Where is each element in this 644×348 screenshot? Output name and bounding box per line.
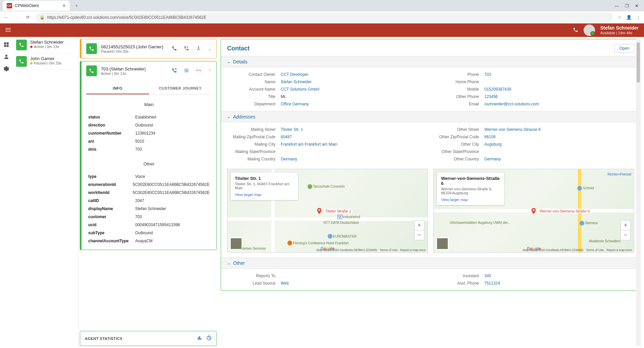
tab-info[interactable]: INFO: [86, 83, 149, 94]
detail-value[interactable]: Web: [281, 281, 289, 286]
open-button[interactable]: Open: [614, 44, 634, 53]
resume-call-icon[interactable]: [172, 46, 177, 52]
right-column: Contact Open ⌄Details Contact OwnerCCT D…: [219, 37, 644, 348]
avatar[interactable]: [584, 24, 595, 36]
header-phone-icon[interactable]: [573, 27, 578, 34]
conversation-item[interactable]: Stefan Schneider Active | 0m 13s: [13, 37, 78, 53]
satellite-toggle[interactable]: [230, 238, 242, 250]
map-title: Werner-von-Siemens-Straße 6: [441, 176, 500, 186]
detail-value[interactable]: CCT Developer: [281, 72, 308, 77]
tab-close-icon[interactable]: ✕: [62, 3, 66, 8]
zoom-out-button[interactable]: −: [414, 230, 424, 240]
detail-value[interactable]: Frankfurt am Frankfurt am Main: [281, 142, 337, 147]
hamburger-menu-icon[interactable]: [5, 27, 11, 34]
chevron-down-icon: ⌄: [227, 114, 230, 119]
hold-call-icon[interactable]: [172, 68, 177, 74]
terms-link[interactable]: Terms of Use: [586, 248, 604, 252]
kv-row: callID2047: [88, 197, 210, 205]
minimize-icon[interactable]: —: [614, 3, 619, 8]
detail-value[interactable]: 123456: [484, 94, 498, 99]
collapse-icon[interactable]: ⌃: [208, 68, 212, 73]
kv-value: Voice: [135, 174, 145, 179]
hangup-icon[interactable]: [196, 68, 201, 74]
close-window-icon[interactable]: ✕: [635, 3, 639, 8]
kv-value: 703: [135, 147, 142, 152]
detail-value[interactable]: 345: [484, 274, 491, 278]
map-info-overlay: Werner-von-Siemens-Straße 6 Werner-von-S…: [437, 172, 504, 205]
merge-call-icon[interactable]: [196, 46, 201, 52]
detail-pair: Other CityAugsburg: [431, 141, 634, 148]
detail-value[interactable]: CCT Solutions GmbH: [281, 87, 319, 92]
svg-rect-21: [201, 338, 202, 340]
kv-key: dnis: [88, 147, 135, 152]
report-link[interactable]: Report a map error: [400, 248, 426, 252]
detail-label: Name: [227, 80, 281, 84]
map-other[interactable]: Richter+Frenzel Schmid Ulrichswerkstätte…: [433, 169, 634, 253]
person-icon[interactable]: [3, 54, 9, 60]
status-dot-icon: [30, 46, 33, 48]
zoom-out-button[interactable]: −: [621, 230, 631, 240]
paused-call-card[interactable]: 08214551525023 (John Garner) Paused | 0m…: [80, 39, 217, 58]
agent-statistics-panel[interactable]: AGENT STATISTICS: [80, 331, 217, 346]
expand-icon[interactable]: ⌄: [208, 46, 212, 51]
detail-pair: Mailing State/Province: [227, 148, 431, 155]
zoom-in-button[interactable]: +: [414, 220, 424, 230]
bar-chart-icon[interactable]: [197, 335, 202, 342]
tab-customer-journey[interactable]: CUSTOMER JOURNEY: [149, 83, 212, 94]
detail-value[interactable]: Tilsiter Str. 1: [281, 127, 303, 132]
detail-value[interactable]: sschneider@cct-solutions.com: [484, 102, 539, 106]
svg-point-14: [186, 70, 187, 71]
dashboard-icon[interactable]: [3, 42, 9, 48]
detail-label: Asst. Phone: [431, 281, 484, 286]
detail-value[interactable]: 015209387439: [484, 87, 511, 92]
browser-tab[interactable]: CP CPWebClient ✕: [3, 1, 70, 11]
dialpad-icon[interactable]: [184, 68, 189, 74]
new-tab-button[interactable]: ＋: [72, 2, 80, 10]
kv-row: enumerationId5C002E80CC0511EA86BC5B43267…: [88, 181, 210, 189]
transfer-call-icon[interactable]: [184, 46, 189, 52]
browser-tab-strip: CP CPWebClient ✕ ＋ — ❐ ✕: [0, 0, 644, 11]
section-addresses-header[interactable]: ⌄Addresses: [221, 111, 640, 122]
reload-button[interactable]: ⟳: [25, 15, 31, 20]
star-icon[interactable]: ☆: [618, 15, 622, 20]
detail-value[interactable]: 703: [484, 72, 491, 77]
section-other-header[interactable]: ⌄Other: [221, 257, 640, 269]
conversation-item[interactable]: John Garner Paused | 0m 20s: [13, 53, 78, 70]
pie-chart-icon[interactable]: [206, 335, 212, 342]
svg-point-15: [187, 70, 189, 71]
detail-value[interactable]: 60487: [281, 135, 292, 139]
kv-key: callID: [88, 198, 135, 203]
terms-link[interactable]: Terms of Use: [380, 248, 397, 252]
satellite-toggle[interactable]: [436, 238, 448, 250]
svg-rect-5: [4, 45, 6, 47]
detail-value[interactable]: Office Germany: [281, 102, 309, 106]
map-mailing[interactable]: Tanzschule Conexión U Fischstein U Indus…: [227, 169, 428, 253]
detail-value[interactable]: 86159: [484, 135, 495, 139]
pin-label: Werner-von-Siemens-Straße 6: [539, 209, 591, 213]
section-details-header[interactable]: ⌄Details: [221, 56, 640, 67]
detail-value[interactable]: 7511324: [484, 281, 500, 286]
kebab-menu-icon[interactable]: ⋮: [636, 15, 641, 20]
report-link[interactable]: Report a map error: [606, 248, 632, 252]
kv-row: dnis703: [88, 145, 210, 153]
forward-button[interactable]: →: [14, 15, 20, 20]
zoom-in-button[interactable]: +: [621, 220, 631, 230]
detail-pair: Home Phone: [431, 78, 634, 86]
profile-icon[interactable]: 👤: [626, 15, 632, 20]
view-larger-map-link[interactable]: View larger map: [441, 198, 500, 202]
scrollbar[interactable]: [636, 39, 641, 346]
address-bar[interactable]: 🔒 https://w071-cpdev60.cct-solutions.com…: [36, 13, 613, 22]
detail-value[interactable]: Stefan Schneider: [281, 80, 312, 84]
back-button[interactable]: ←: [3, 15, 9, 20]
detail-value[interactable]: Germany: [484, 157, 501, 161]
detail-value[interactable]: Germany: [281, 157, 297, 161]
maximize-icon[interactable]: ❐: [625, 3, 629, 8]
view-larger-map-link[interactable]: View larger map: [235, 193, 294, 197]
detail-value[interactable]: Werner-von-Siemens-Strasse 6: [484, 127, 541, 132]
user-info: Stefan Schneider Available | 19m 48s: [600, 25, 639, 35]
settings-icon[interactable]: [3, 66, 9, 72]
svg-point-17: [186, 71, 187, 72]
kv-value: 2047: [135, 198, 144, 203]
detail-pair: Reports To: [227, 272, 431, 280]
detail-value[interactable]: Augsburg: [484, 142, 501, 147]
